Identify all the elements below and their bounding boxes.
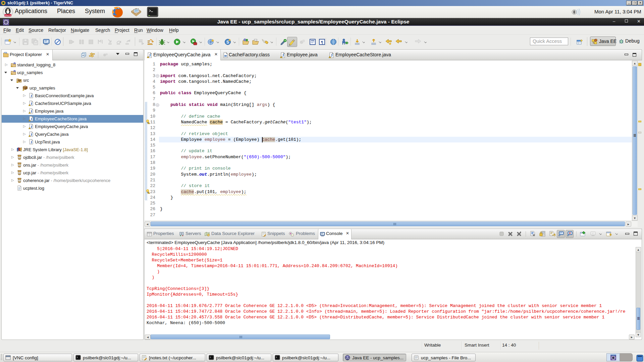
svg-text:S: S xyxy=(226,40,229,45)
svg-text:ORACLE: ORACLE xyxy=(4,14,11,16)
svg-text:¶: ¶ xyxy=(321,40,323,45)
